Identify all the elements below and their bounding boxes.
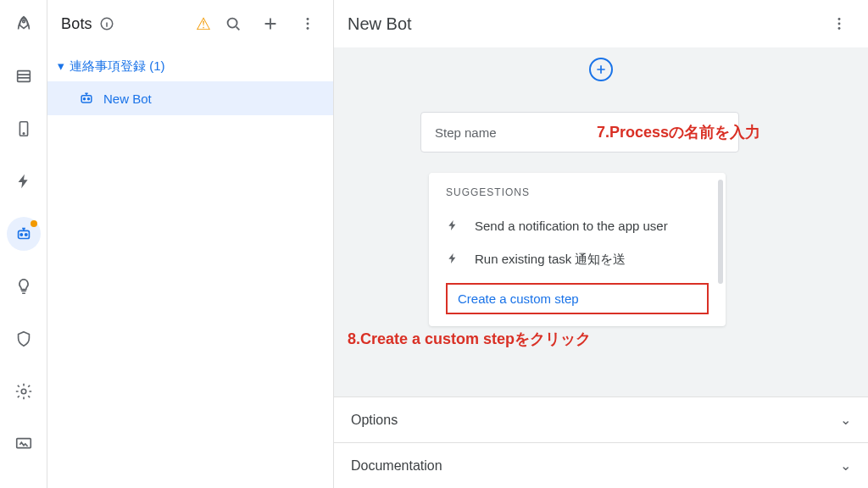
panel-header: Bots ⚠ (47, 0, 333, 47)
svg-point-6 (25, 234, 26, 236)
suggestion-item[interactable]: Run existing task 通知を送 (429, 243, 726, 276)
rocket-icon (14, 14, 33, 33)
svg-point-16 (88, 98, 90, 100)
bulb-icon (14, 277, 33, 296)
create-custom-step-link[interactable]: Create a custom step (446, 283, 709, 314)
add-button[interactable] (255, 8, 286, 39)
plus-icon (261, 14, 280, 33)
tree-root-label: 連絡事項登録 (1) (70, 58, 165, 75)
svg-point-12 (307, 23, 309, 25)
chevron-down-icon: ⌄ (840, 412, 851, 428)
nav-views[interactable] (7, 112, 41, 146)
create-custom-step-label: Create a custom step (458, 291, 579, 306)
suggestion-item[interactable]: Send a notification to the app user (429, 210, 726, 243)
bottom-sections: Options ⌄ Documentation ⌄ (334, 396, 868, 488)
nav-automation[interactable] (7, 217, 41, 251)
options-section[interactable]: Options ⌄ (334, 396, 868, 442)
nav-manage[interactable] (7, 427, 41, 461)
warning-icon[interactable]: ⚠ (196, 14, 211, 34)
svg-point-5 (20, 234, 22, 236)
table-icon (14, 67, 33, 86)
nav-data[interactable] (7, 59, 41, 93)
nav-rocket[interactable] (7, 7, 41, 41)
annotation-7: 7.Processの名前を入力 (597, 122, 760, 142)
svg-point-11 (307, 18, 309, 20)
documentation-section[interactable]: Documentation ⌄ (334, 442, 868, 488)
annotation-8: 8.Create a custom stepをクリック (348, 329, 591, 349)
suggestions-panel: SUGGESTIONS Send a notification to the a… (429, 173, 726, 326)
shield-icon (14, 330, 33, 348)
main-title: New Bot (348, 14, 412, 34)
suggestion-text: Send a notification to the app user (475, 217, 668, 235)
chevron-down-icon: ⌄ (840, 458, 851, 474)
tree-child-item[interactable]: New Bot (47, 81, 333, 115)
svg-rect-1 (17, 71, 30, 82)
nav-intelligence[interactable] (7, 269, 41, 303)
main-area: New Bot Step name 7.Processの名前を入力 SUGGES… (334, 0, 868, 488)
step-name-placeholder: Step name (435, 125, 497, 140)
more-button[interactable] (292, 8, 323, 39)
svg-point-3 (23, 133, 24, 134)
monitor-icon (14, 435, 33, 453)
documentation-label: Documentation (351, 458, 442, 474)
gear-icon (14, 382, 33, 401)
caret-down-icon: ▾ (58, 58, 64, 74)
bot-tree: ▾ 連絡事項登録 (1) New Bot (47, 47, 333, 119)
tablet-icon (14, 119, 33, 138)
plus-icon (594, 63, 608, 76)
info-icon[interactable] (99, 16, 114, 31)
add-step-button[interactable] (589, 58, 613, 81)
options-label: Options (351, 413, 398, 428)
bot-icon (78, 90, 95, 107)
tree-child-label: New Bot (103, 92, 152, 106)
nav-security[interactable] (7, 322, 41, 356)
svg-point-0 (22, 20, 25, 23)
svg-point-10 (228, 19, 237, 28)
tree-root-item[interactable]: ▾ 連絡事項登録 (1) (47, 51, 333, 81)
bolt-icon (446, 252, 461, 269)
panel-title: Bots (61, 15, 92, 33)
main-header: New Bot (334, 0, 868, 47)
notification-dot (31, 220, 37, 227)
main-more-button[interactable] (824, 8, 854, 39)
svg-point-17 (838, 18, 841, 20)
bot-icon (14, 225, 33, 243)
suggestions-label: SUGGESTIONS (429, 186, 726, 210)
suggestion-text: Run existing task 通知を送 (475, 250, 626, 268)
bolt-icon (14, 172, 33, 191)
scrollbar[interactable] (718, 180, 723, 284)
nav-settings[interactable] (7, 374, 41, 408)
svg-point-19 (838, 27, 841, 30)
nav-rail (0, 0, 47, 488)
svg-point-18 (838, 23, 841, 25)
more-icon (298, 14, 317, 33)
search-icon (224, 14, 242, 33)
canvas: Step name 7.Processの名前を入力 SUGGESTIONS Se… (334, 47, 868, 488)
bolt-icon (446, 219, 461, 236)
svg-point-15 (84, 98, 86, 100)
nav-actions[interactable] (7, 164, 41, 198)
bots-panel: Bots ⚠ ▾ 連絡事項登録 (1) New Bot (47, 0, 334, 488)
svg-point-7 (21, 389, 26, 394)
search-button[interactable] (218, 8, 248, 39)
svg-point-13 (307, 27, 309, 30)
more-icon (830, 14, 849, 33)
